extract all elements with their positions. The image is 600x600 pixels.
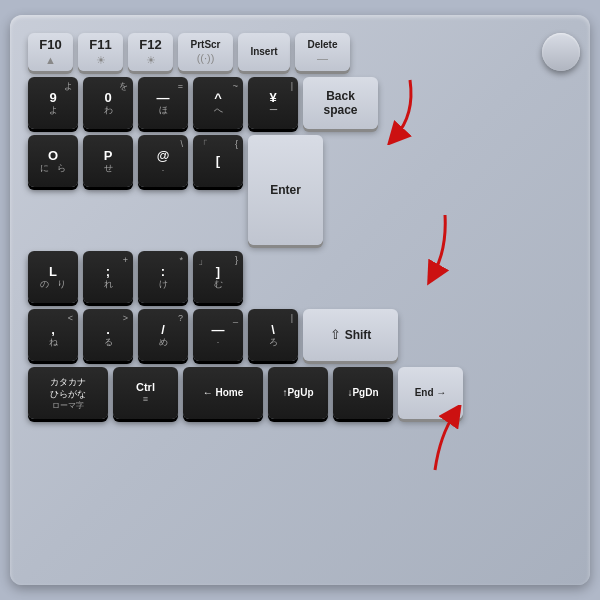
delete-icon: — (317, 52, 328, 65)
shift-label: Shift (345, 328, 372, 342)
keyboard-rows: F10 ▲ F11 ☀ F12 ☀ PrtScr ((·)) (28, 33, 572, 419)
prtscr-icon: ((·)) (197, 52, 215, 65)
ctrl-icon: ≡ (143, 394, 148, 405)
key-prtscr[interactable]: PrtScr ((·)) (178, 33, 233, 71)
key-question[interactable]: ? / め (138, 309, 188, 361)
l-row: L の り + ; れ * : け } 」 ] む (28, 251, 572, 303)
key-0[interactable]: を 0 わ (83, 77, 133, 129)
shift-arrow-icon: ⇧ (330, 327, 341, 343)
key-pgdn[interactable]: ↓PgDn (333, 367, 393, 419)
key-minus[interactable]: = — ほ (138, 77, 188, 129)
key-bracket-close[interactable]: } 」 ] む (193, 251, 243, 303)
key-o[interactable]: O に ら (28, 135, 78, 187)
ctrl-label: Ctrl (136, 381, 155, 394)
key-home[interactable]: ← Home (183, 367, 263, 419)
key-pgup[interactable]: ↑PgUp (268, 367, 328, 419)
pgup-label: ↑PgUp (282, 387, 313, 399)
bottom-row: カタカナひらがな ローマ字 Ctrl ≡ ← Home ↑PgUp ↓PgDn … (28, 367, 572, 419)
key-backslash[interactable]: | \ ろ (248, 309, 298, 361)
key-less[interactable]: < , ね (28, 309, 78, 361)
key-9[interactable]: よ 9 よ (28, 77, 78, 129)
number-row: よ 9 よ を 0 わ = — ほ ~ ^ へ | ¥ ー (28, 77, 572, 129)
op-row: O に ら P せ \ @ . { 「 [ Enter (28, 135, 572, 245)
key-ctrl[interactable]: Ctrl ≡ (113, 367, 178, 419)
home-label: ← Home (203, 387, 244, 399)
end-label: End → (415, 387, 447, 399)
key-f11[interactable]: F11 ☀ (78, 33, 123, 71)
key-asterisk[interactable]: * : け (138, 251, 188, 303)
key-delete[interactable]: Delete — (295, 33, 350, 71)
key-p[interactable]: P せ (83, 135, 133, 187)
insert-label: Insert (250, 46, 277, 58)
f11-label: F11 (89, 37, 111, 53)
fn-key-row: F10 ▲ F11 ☀ F12 ☀ PrtScr ((·)) (28, 33, 572, 71)
key-katakana[interactable]: カタカナひらがな ローマ字 (28, 367, 108, 419)
backspace-label: Backspace (323, 89, 357, 118)
prtscr-label: PrtScr (190, 39, 220, 51)
key-f10[interactable]: F10 ▲ (28, 33, 73, 71)
romaji-label: ローマ字 (52, 401, 84, 411)
shift-row: < , ね > . る ? / め _ — · | \ ろ (28, 309, 572, 361)
key-f12[interactable]: F12 ☀ (128, 33, 173, 71)
power-button[interactable] (542, 33, 580, 71)
key-l[interactable]: L の り (28, 251, 78, 303)
key-shift[interactable]: ⇧ Shift (303, 309, 398, 361)
pgdn-label: ↓PgDn (347, 387, 378, 399)
key-greater[interactable]: > . る (83, 309, 133, 361)
key-at[interactable]: \ @ . (138, 135, 188, 187)
key-insert[interactable]: Insert (238, 33, 290, 71)
key-end[interactable]: End → (398, 367, 463, 419)
f10-icon: ▲ (45, 54, 56, 67)
katakana-label: カタカナひらがな (50, 376, 86, 401)
enter-label: Enter (270, 183, 301, 197)
key-bracket-open[interactable]: { 「 [ (193, 135, 243, 187)
f11-icon: ☀ (96, 54, 106, 67)
key-backspace[interactable]: Backspace (303, 77, 378, 129)
key-caret[interactable]: ~ ^ へ (193, 77, 243, 129)
delete-label: Delete (307, 39, 337, 51)
f10-label: F10 (39, 37, 61, 53)
key-yen[interactable]: | ¥ ー (248, 77, 298, 129)
f12-label: F12 (139, 37, 161, 53)
key-plus[interactable]: + ; れ (83, 251, 133, 303)
keyboard-container: F10 ▲ F11 ☀ F12 ☀ PrtScr ((·)) (10, 15, 590, 585)
key-enter[interactable]: Enter (248, 135, 323, 245)
f12-icon: ☀ (146, 54, 156, 67)
key-underscore[interactable]: _ — · (193, 309, 243, 361)
